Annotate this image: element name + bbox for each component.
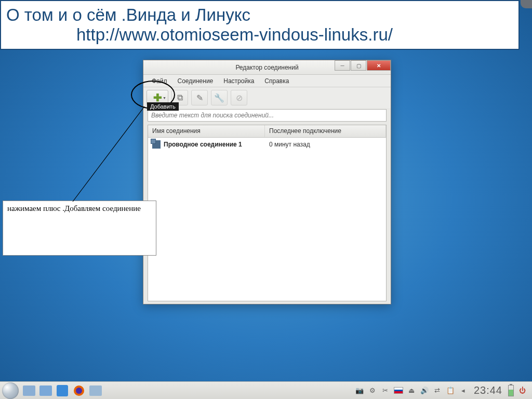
search-box[interactable]: [148, 109, 387, 122]
logout-icon[interactable]: ⏻: [517, 386, 527, 395]
edit-button[interactable]: ✎: [191, 90, 208, 105]
column-name[interactable]: Имя соединения: [148, 125, 265, 137]
edit-icon: ✎: [196, 93, 203, 103]
close-button[interactable]: ✕: [367, 60, 391, 71]
system-tray: 📷 ⚙ ✂ ⏏ 🔊 ⇄ 📋 ◂ 23:44 ⏻: [355, 384, 530, 396]
battery-icon[interactable]: [508, 385, 514, 396]
wrench-icon: 🔧: [214, 93, 224, 103]
taskbar: 📷 ⚙ ✂ ⏏ 🔊 ⇄ 📋 ◂ 23:44 ⏻: [0, 381, 532, 399]
window-controls: ─ ▢ ✕: [334, 60, 391, 72]
table-header: Имя соединения Последнее подключение: [148, 125, 386, 138]
network-icon: [152, 140, 161, 149]
banner-title: О том и о сём .Винда и Линукс: [6, 5, 513, 25]
scissors-icon[interactable]: ✂: [381, 386, 390, 395]
tray-arrow-icon[interactable]: ◂: [459, 386, 468, 395]
copy-icon: ⧉: [177, 93, 183, 102]
row-name: Проводное соединение 1: [164, 141, 242, 148]
task-editor[interactable]: [55, 383, 70, 398]
menubar: Файл Соединение Настройка Справка: [143, 75, 391, 87]
clock[interactable]: 23:44: [472, 384, 504, 396]
annotation-note: нажимаем плюс .Добавляем соединение: [3, 201, 156, 256]
corner-widget[interactable]: [521, 0, 532, 8]
page-banner: О том и о сём .Винда и Линукс http://www…: [0, 0, 520, 50]
banner-url: http://www.otomioseem-vindous-linuks.ru/: [6, 25, 513, 45]
volume-icon[interactable]: 🔊: [420, 386, 429, 395]
minimize-button[interactable]: ─: [335, 60, 350, 71]
toolbar: ✚ ▼ ⧉ ✎ 🔧 ⊘: [143, 87, 391, 108]
svg-point-2: [76, 388, 82, 394]
clipboard-icon[interactable]: 📋: [446, 386, 455, 395]
settings-button[interactable]: 🔧: [211, 90, 228, 105]
stop-icon: ⊘: [236, 93, 243, 103]
row-name-cell: Проводное соединение 1: [148, 140, 265, 149]
titlebar[interactable]: Редактор соединений ─ ▢ ✕: [143, 60, 391, 75]
task-firefox[interactable]: [72, 383, 86, 398]
menu-settings[interactable]: Настройка: [218, 76, 259, 86]
connection-editor-window: Редактор соединений ─ ▢ ✕ Файл Соединени…: [143, 60, 391, 304]
connection-table: Имя соединения Последнее подключение Про…: [148, 125, 387, 301]
delete-button[interactable]: ⊘: [231, 90, 247, 105]
column-last[interactable]: Последнее подключение: [265, 125, 386, 137]
table-row[interactable]: Проводное соединение 1 0 минут назад: [148, 138, 386, 151]
task-filemanager[interactable]: [38, 383, 53, 398]
task-folder[interactable]: [88, 383, 103, 398]
start-button[interactable]: [2, 382, 19, 399]
menu-connection[interactable]: Соединение: [172, 76, 219, 86]
camera-icon[interactable]: 📷: [355, 386, 364, 395]
keyboard-layout[interactable]: [394, 386, 403, 395]
firefox-icon: [73, 385, 85, 396]
network-tray-icon[interactable]: ⇄: [433, 386, 442, 395]
device-icon[interactable]: ⏏: [407, 386, 416, 395]
gear-tray-icon[interactable]: ⚙: [368, 386, 377, 395]
task-desktop[interactable]: [22, 383, 36, 398]
menu-help[interactable]: Справка: [259, 76, 294, 86]
add-tooltip: Добавить: [147, 102, 179, 111]
search-input[interactable]: [151, 112, 383, 119]
row-last: 0 минут назад: [265, 141, 386, 148]
svg-line-0: [73, 107, 144, 202]
maximize-button[interactable]: ▢: [351, 60, 366, 71]
